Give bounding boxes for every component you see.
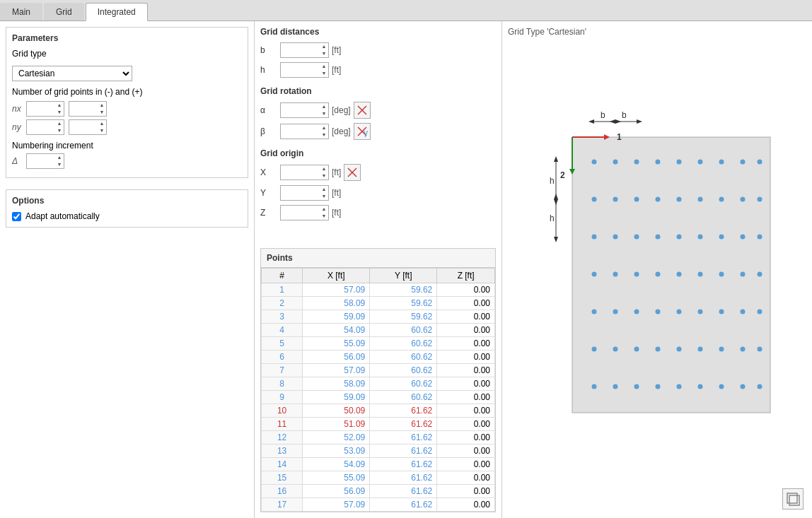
b-btns[interactable]: ▲ ▼ (320, 43, 328, 57)
cell-z: 0.00 (437, 471, 495, 485)
b-input[interactable]: 1.00 (281, 43, 320, 57)
b-down[interactable]: ▼ (320, 50, 328, 57)
svg-point-51 (741, 309, 746, 314)
svg-point-25 (758, 196, 762, 201)
ny-minus-btns[interactable]: ▲ ▼ (55, 120, 64, 134)
origin-x-input[interactable]: 36.09 (281, 165, 320, 179)
beta-btns[interactable]: ▲ ▼ (320, 124, 328, 139)
alpha-icon-btn[interactable] (354, 102, 371, 119)
origin-z-input[interactable]: 0.00 (281, 206, 320, 220)
svg-point-61 (758, 346, 762, 351)
origin-x-down[interactable]: ▼ (320, 172, 328, 179)
svg-point-38 (656, 271, 661, 276)
nx-minus-spinbox[interactable]: 2 ▲ ▼ (26, 101, 64, 117)
tab-integrated[interactable]: Integrated (86, 3, 148, 21)
svg-point-54 (613, 346, 618, 351)
svg-point-22 (698, 196, 703, 201)
grid-type-select[interactable]: Cartesian Cylindrical Spherical (12, 66, 132, 81)
origin-y-input[interactable]: 65.62 (281, 186, 320, 200)
h-btns[interactable]: ▲ ▼ (320, 63, 328, 77)
origin-z-down[interactable]: ▼ (320, 213, 328, 220)
b-up[interactable]: ▲ (320, 43, 328, 50)
ny-plus-input[interactable]: 19 (69, 120, 98, 134)
nx-minus-btns[interactable]: ▲ ▼ (55, 102, 64, 116)
beta-icon-btn[interactable]: y (354, 123, 371, 140)
col-header-num: # (262, 269, 303, 283)
middle-top: Grid distances b 1.00 ▲ ▼ [ft] h (255, 21, 501, 242)
grid-canvas: 1 2 b b h (508, 42, 806, 485)
nx-plus-spinbox[interactable]: 32 ▲ ▼ (69, 101, 107, 117)
beta-spinbox[interactable]: 90.00 ▲ ▼ (280, 124, 329, 139)
origin-x-spinbox[interactable]: 36.09 ▲ ▼ (280, 165, 329, 180)
svg-point-27 (613, 234, 618, 239)
bottom-export-btn[interactable] (782, 488, 804, 510)
h-input[interactable]: 1.00 (281, 63, 320, 77)
h-down[interactable]: ▼ (320, 70, 328, 77)
nx-plus-btns[interactable]: ▲ ▼ (98, 102, 106, 116)
origin-z-up[interactable]: ▲ (320, 206, 328, 213)
alpha-input[interactable]: 0.00 (281, 103, 320, 117)
adapt-auto-checkbox[interactable] (12, 212, 21, 221)
tab-main[interactable]: Main (0, 3, 42, 20)
h-label-side1: h (550, 176, 555, 186)
origin-x-up[interactable]: ▲ (320, 165, 328, 172)
cell-x: 55.09 (303, 471, 370, 485)
origin-z-btns[interactable]: ▲ ▼ (320, 206, 328, 220)
h-up[interactable]: ▲ (320, 63, 328, 70)
h-spinbox[interactable]: 1.00 ▲ ▼ (280, 62, 329, 78)
b-spinbox[interactable]: 1.00 ▲ ▼ (280, 42, 329, 58)
beta-down[interactable]: ▼ (320, 131, 328, 139)
svg-point-23 (719, 196, 724, 201)
nx-minus-input[interactable]: 2 (27, 102, 55, 116)
nx-plus-input[interactable]: 32 (69, 102, 98, 116)
ny-minus-down[interactable]: ▼ (55, 127, 64, 134)
origin-z-spinbox[interactable]: 0.00 ▲ ▼ (280, 205, 329, 220)
ny-plus-spinbox[interactable]: 19 ▲ ▼ (69, 119, 107, 135)
nx-minus-down[interactable]: ▼ (55, 109, 64, 116)
svg-point-60 (741, 346, 746, 351)
table-row: 5 55.09 60.62 0.00 (262, 337, 495, 351)
cell-y: 60.62 (370, 377, 437, 391)
alpha-spinbox[interactable]: 0.00 ▲ ▼ (280, 102, 329, 118)
ny-plus-btns[interactable]: ▲ ▼ (98, 120, 106, 134)
beta-up[interactable]: ▲ (320, 124, 328, 131)
beta-input[interactable]: 90.00 (281, 124, 320, 139)
alpha-down[interactable]: ▼ (320, 110, 328, 117)
b-unit: [ft] (332, 45, 341, 55)
nx-minus-up[interactable]: ▲ (55, 102, 64, 109)
delta-btns[interactable]: ▲ ▼ (55, 154, 64, 168)
svg-point-13 (698, 159, 703, 164)
delta-spinbox[interactable]: 1 ▲ ▼ (26, 153, 64, 169)
svg-point-56 (656, 346, 661, 351)
origin-x-btns[interactable]: ▲ ▼ (320, 165, 328, 179)
cell-x: 50.09 (303, 404, 370, 418)
ny-minus-input[interactable]: 6 (27, 120, 55, 134)
cell-y: 59.62 (370, 283, 437, 297)
tab-grid[interactable]: Grid (44, 3, 84, 20)
svg-point-40 (698, 271, 703, 276)
nx-plus-down[interactable]: ▼ (98, 109, 106, 116)
cell-num: 15 (262, 471, 303, 485)
alpha-btns[interactable]: ▲ ▼ (320, 103, 328, 117)
table-row: 8 58.09 60.62 0.00 (262, 377, 495, 391)
delta-up[interactable]: ▲ (55, 154, 64, 161)
origin-y-down[interactable]: ▼ (320, 193, 328, 200)
svg-point-10 (634, 159, 639, 164)
alpha-up[interactable]: ▲ (320, 103, 328, 110)
ny-minus-spinbox[interactable]: 6 ▲ ▼ (26, 119, 64, 135)
origin-x-label: X (260, 167, 274, 177)
num-points-label: Number of grid points in (-) and (+) (12, 87, 242, 97)
nx-plus-up[interactable]: ▲ (98, 102, 106, 109)
points-table-container[interactable]: # X [ft] Y [ft] Z [ft] 1 57.09 59.62 0.0… (261, 268, 495, 512)
cell-z: 0.00 (437, 404, 495, 418)
ny-minus-up[interactable]: ▲ (55, 120, 64, 127)
svg-point-24 (741, 196, 746, 201)
delta-input[interactable]: 1 (27, 154, 55, 168)
origin-y-up[interactable]: ▲ (320, 186, 328, 193)
origin-y-btns[interactable]: ▲ ▼ (320, 186, 328, 200)
origin-x-icon-btn[interactable] (344, 164, 361, 181)
ny-plus-up[interactable]: ▲ (98, 120, 106, 127)
origin-y-spinbox[interactable]: 65.62 ▲ ▼ (280, 185, 329, 201)
delta-down[interactable]: ▼ (55, 161, 64, 168)
ny-plus-down[interactable]: ▼ (98, 127, 106, 134)
